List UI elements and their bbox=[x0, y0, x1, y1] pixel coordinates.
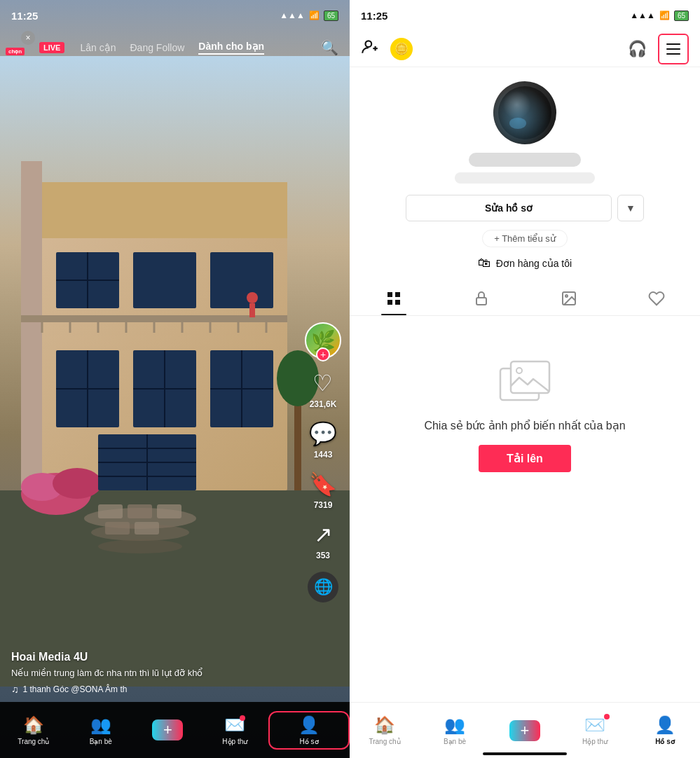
video-info: Hoai Media 4U Nếu miền trung làm đc nha … bbox=[11, 651, 301, 695]
svg-rect-39 bbox=[98, 504, 123, 518]
svg-rect-4 bbox=[21, 161, 42, 490]
tab-videos[interactable] bbox=[350, 282, 437, 315]
nav-create-right[interactable]: + bbox=[490, 720, 560, 741]
add-bio-button[interactable]: + Thêm tiểu sử bbox=[482, 230, 568, 247]
video-description: Nếu miền trung làm đc nha ntn thì lũ lụt… bbox=[11, 668, 301, 678]
order-icon: 🛍 bbox=[478, 256, 490, 270]
lock-icon bbox=[473, 290, 490, 307]
inbox-label-right: Hộp thư bbox=[582, 738, 608, 745]
profile-stats-blur bbox=[455, 172, 595, 184]
friends-icon-right: 👥 bbox=[444, 715, 465, 735]
bookmark-action[interactable]: 🔖 7319 bbox=[309, 471, 337, 510]
wifi-right: 📶 bbox=[659, 11, 670, 20]
order-row[interactable]: 🛍 Đơn hàng của tôi bbox=[478, 256, 572, 270]
home-label-right: Trang chủ bbox=[369, 738, 400, 745]
share-count: 353 bbox=[316, 551, 330, 560]
svg-rect-42 bbox=[105, 522, 130, 535]
comment-count: 1443 bbox=[314, 450, 333, 460]
edit-profile-button[interactable]: Sửa hồ sơ bbox=[406, 195, 612, 221]
friends-icon-left: 👥 bbox=[90, 715, 111, 735]
profile-section: Sửa hồ sơ ▼ + Thêm tiểu sử 🛍 Đơn hàng củ… bbox=[350, 67, 700, 282]
comment-action[interactable]: 💬 1443 bbox=[309, 420, 337, 460]
nav-inbox-right[interactable]: ✉️ Hộp thư bbox=[560, 715, 630, 745]
profile-tabs bbox=[350, 282, 700, 316]
inbox-icon-wrapper: ✉️ bbox=[584, 715, 605, 735]
top-header-right: 🪙 🎧 bbox=[350, 31, 700, 67]
heart-icon bbox=[648, 290, 665, 307]
profile-name-blur bbox=[469, 153, 581, 167]
nav-create-left[interactable]: + bbox=[135, 719, 202, 740]
svg-rect-62 bbox=[511, 361, 549, 393]
home-label-left: Trang chủ bbox=[18, 738, 49, 745]
inbox-label-left: Hộp thư bbox=[222, 738, 247, 745]
step-badge: chọn bbox=[6, 48, 25, 55]
live-badge[interactable]: LIVE bbox=[39, 42, 64, 53]
svg-point-60 bbox=[565, 295, 568, 297]
nav-tab-nearby[interactable]: Lân cận bbox=[80, 42, 116, 53]
status-bar-left: 11:25 ▲▲▲ 📶 65 bbox=[0, 0, 350, 31]
music-note-icon: ♫ bbox=[11, 684, 19, 695]
profile-avatar bbox=[493, 81, 556, 144]
profile-icon-left: 👤 bbox=[298, 715, 320, 735]
tab-liked[interactable] bbox=[612, 282, 700, 315]
svg-rect-54 bbox=[387, 292, 392, 297]
svg-rect-57 bbox=[395, 300, 400, 305]
svg-rect-43 bbox=[135, 522, 159, 535]
share-icon: ↗ bbox=[314, 521, 333, 548]
video-author: Hoai Media 4U bbox=[11, 651, 301, 663]
hamburger-line-3 bbox=[666, 53, 680, 55]
profile-dropdown-button[interactable]: ▼ bbox=[617, 195, 644, 221]
close-button[interactable]: × bbox=[21, 31, 35, 45]
music-text: 1 thanh Góc @SONA Âm th bbox=[23, 684, 128, 694]
top-nav-left: LIVE Lân cận Đang Follow Dành cho bạn 🔍 bbox=[0, 31, 350, 64]
search-icon[interactable]: 🔍 bbox=[321, 39, 338, 56]
status-icons-left: ▲▲▲ 📶 65 bbox=[280, 11, 338, 21]
add-user-button[interactable] bbox=[361, 38, 379, 60]
order-text: Đơn hàng của tôi bbox=[496, 258, 572, 269]
bookmark-count: 7319 bbox=[314, 500, 333, 510]
empty-text: Chia sẻ bức ảnh phổ biến nhất của bạn bbox=[424, 418, 625, 434]
time-left: 11:25 bbox=[11, 10, 38, 22]
nav-friends-left[interactable]: 👥 Bạn bè bbox=[67, 715, 135, 745]
nav-home-right[interactable]: 🏠 Trang chủ bbox=[350, 715, 420, 745]
hamburger-line-2 bbox=[666, 48, 680, 50]
time-right: 11:25 bbox=[361, 10, 387, 22]
svg-point-38 bbox=[98, 539, 182, 553]
empty-content: Chia sẻ bức ảnh phổ biến nhất của bạn Tả… bbox=[350, 316, 700, 514]
nav-inbox-left[interactable]: ✉️ Hộp thư bbox=[201, 715, 268, 745]
music-disc[interactable]: 🌐 bbox=[308, 572, 338, 602]
svg-rect-55 bbox=[395, 292, 400, 297]
create-plus-left: + bbox=[152, 719, 183, 740]
battery-right: 65 bbox=[674, 11, 689, 21]
friends-label-right: Bạn bè bbox=[444, 738, 466, 745]
inbox-icon-left: ✉️ bbox=[224, 715, 245, 735]
tab-locked[interactable] bbox=[437, 282, 525, 315]
home-icon-left: 🏠 bbox=[23, 715, 44, 735]
like-action[interactable]: ♡ 231,6K bbox=[310, 370, 337, 409]
svg-rect-15 bbox=[133, 252, 196, 308]
header-right-actions: 🎧 bbox=[628, 34, 689, 64]
nav-tab-foryou[interactable]: Dành cho bạn bbox=[198, 41, 264, 55]
headphones-button[interactable]: 🎧 bbox=[628, 40, 647, 58]
hamburger-menu-button[interactable] bbox=[658, 34, 689, 64]
profile-label-right: Hồ sơ bbox=[655, 738, 675, 745]
upload-button[interactable]: Tải lên bbox=[479, 445, 571, 472]
nav-home-left[interactable]: 🏠 Trang chủ bbox=[0, 715, 67, 745]
svg-point-49 bbox=[366, 41, 372, 47]
follow-plus-badge[interactable]: + bbox=[316, 347, 330, 361]
inbox-icon-right: ✉️ bbox=[584, 715, 605, 734]
status-icons-right: ▲▲▲ 📶 65 bbox=[630, 11, 689, 21]
creator-avatar[interactable]: 🌿 + bbox=[305, 322, 341, 359]
nav-profile-left[interactable]: 👤 Hồ sơ bbox=[268, 711, 350, 750]
grid-icon bbox=[385, 290, 402, 307]
friends-label-left: Bạn bè bbox=[90, 738, 112, 745]
music-info: ♫ 1 thanh Góc @SONA Âm th bbox=[11, 684, 301, 695]
nav-profile-right[interactable]: 👤 Hồ sơ bbox=[630, 715, 700, 745]
nav-friends-right[interactable]: 👥 Bạn bè bbox=[420, 715, 490, 745]
share-action[interactable]: ↗ 353 bbox=[314, 521, 333, 560]
tab-shared[interactable] bbox=[525, 282, 612, 315]
like-icon: ♡ bbox=[313, 370, 333, 397]
nav-tab-following[interactable]: Đang Follow bbox=[130, 42, 185, 53]
svg-point-29 bbox=[247, 292, 258, 303]
coins-button[interactable]: 🪙 bbox=[390, 38, 413, 60]
